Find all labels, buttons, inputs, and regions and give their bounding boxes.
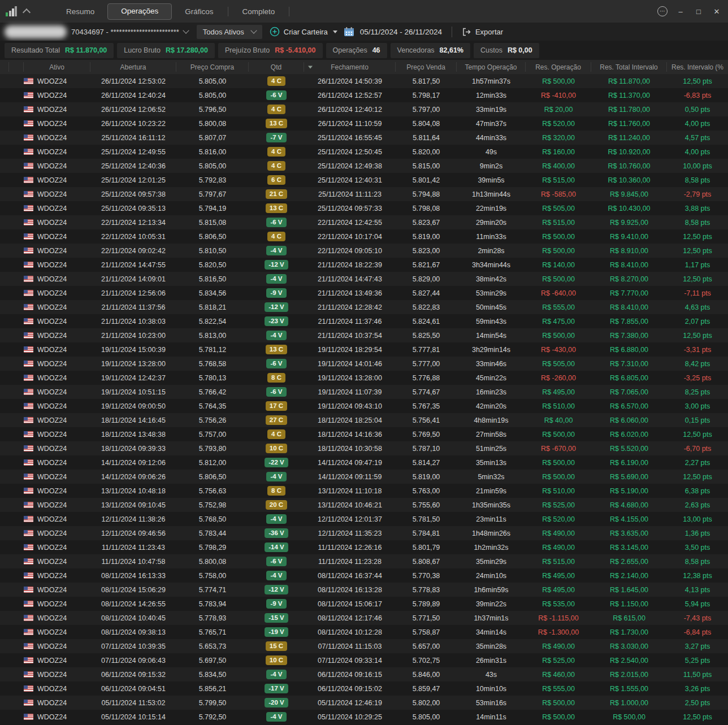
table-row[interactable]: WDOZ2426/11/2024 10:23:225.800,0813 C26/… [0,116,728,131]
table-row[interactable]: WDOZ2407/11/2024 09:06:435.697,5010 C07/… [0,653,728,667]
cell-ativo: WDOZ24 [24,416,90,424]
cell-tempo-operacao: 53min16s [457,699,526,707]
close-button[interactable]: ✕ [708,0,726,23]
column-header-ativo[interactable]: Ativo [24,62,90,72]
table-row[interactable]: WDOZ2418/11/2024 14:16:455.756,2627 C18/… [0,413,728,427]
cell-abertura: 25/11/2024 09:35:13 [90,205,176,212]
cell-tempo-operacao: 49s [457,148,526,156]
column-header-spacer-0[interactable] [0,62,9,72]
tab-completo[interactable]: Completo [229,4,288,19]
table-row[interactable]: WDOZ2421/11/2024 14:47:555.820,50-12 V21… [0,258,728,272]
table-row[interactable]: WDOZ2419/11/2024 09:00:505.764,3517 C19/… [0,399,728,413]
cell-res-total-intervalo: R$ 10.360,00 [591,176,667,184]
table-row[interactable]: WDOZ2414/11/2024 09:06:265.806,50-4 V14/… [0,470,728,484]
tab-resumo[interactable]: Resumo [53,4,107,19]
cell-preco-compra: 5.781,12 [176,346,249,354]
table-row[interactable]: WDOZ2413/11/2024 10:48:185.756,638 C13/1… [0,484,728,498]
cell-res-total-intervalo: R$ 1.730,00 [591,628,667,636]
table-row[interactable]: WDOZ2425/11/2024 09:57:385.797,6721 C25/… [0,187,728,201]
table-row[interactable]: WDOZ2421/11/2024 12:56:065.834,56-9 V21/… [0,286,728,300]
column-header-res-operacao[interactable]: Res. Operação [526,62,591,72]
table-row[interactable]: WDOZ2407/11/2024 10:39:355.653,7315 C07/… [0,639,728,653]
table-row[interactable]: WDOZ2425/11/2024 16:11:125.807,07-7 V25/… [0,131,728,145]
cell-preco-compra: 5.794,19 [176,205,249,212]
table-row[interactable]: WDOZ2425/11/2024 09:35:135.794,1913 C25/… [0,201,728,215]
table-row[interactable]: WDOZ2419/11/2024 15:00:395.781,1213 C19/… [0,342,728,357]
cell-fechamento: 18/11/2024 18:25:04 [304,416,396,424]
table-row[interactable]: WDOZ2418/11/2024 13:48:385.757,004 C18/1… [0,427,728,441]
table-row[interactable]: WDOZ2408/11/2024 14:26:555.783,94-9 V08/… [0,597,728,611]
table-row[interactable]: WDOZ2421/11/2024 10:23:005.813,00-4 V21/… [0,328,728,342]
table-row[interactable]: WDOZ2426/11/2024 12:53:025.805,004 C26/1… [0,74,728,88]
table-row[interactable]: WDOZ2421/11/2024 11:37:565.818,21-12 V21… [0,300,728,314]
table-row[interactable]: WDOZ2422/11/2024 09:02:425.810,50-4 V22/… [0,244,728,258]
create-portfolio-button[interactable]: Criar Carteira [270,27,337,37]
table-row[interactable]: WDOZ2405/11/2024 11:53:025.799,50-20 V05… [0,696,728,710]
cell-fechamento: 08/11/2024 15:06:17 [304,600,396,608]
table-row[interactable]: WDOZ2408/11/2024 09:38:135.765,71-19 V08… [0,625,728,639]
maximize-button[interactable]: □ [690,0,708,23]
tab-graficos[interactable]: Gráficos [172,4,226,19]
column-header-abertura[interactable]: Abertura [90,62,176,72]
table-row[interactable]: WDOZ2408/11/2024 15:06:295.774,71-12 V08… [0,583,728,597]
cell-res-operacao: R$ -430,00 [526,346,591,354]
table-row[interactable]: WDOZ2425/11/2024 12:01:255.792,836 C25/1… [0,173,728,187]
column-header-qtd[interactable]: Qtd [249,62,304,72]
date-range[interactable]: 05/11/2024 - 26/11/2024 [360,28,442,36]
cell-res-total-intervalo: R$ 7.770,00 [591,289,667,297]
table-row[interactable]: WDOZ2419/11/2024 10:51:155.766,42-6 V19/… [0,385,728,399]
column-header-res-total-intervalo[interactable]: Res. Total Intervalo [591,62,667,72]
export-button[interactable]: Exportar [462,27,503,37]
table-row[interactable]: WDOZ2411/11/2024 11:23:435.798,29-14 V11… [0,540,728,554]
table-row[interactable]: WDOZ2426/11/2024 12:40:245.805,00-6 V26/… [0,88,728,102]
table-row[interactable]: WDOZ2418/11/2024 09:39:335.793,8010 C18/… [0,441,728,455]
account-selector[interactable]: 70434697 - ************************ [71,28,188,36]
column-header-tempo-operacao[interactable]: Tempo Operação [457,62,526,72]
asset-filter-dropdown[interactable]: Todos Ativos [197,25,262,39]
table-row[interactable]: WDOZ2419/11/2024 13:28:005.768,58-6 V19/… [0,357,728,371]
table-row[interactable]: WDOZ2405/11/2024 10:15:145.792,50-4 V05/… [0,710,728,724]
table-row[interactable]: WDOZ2426/11/2024 12:06:525.796,504 C26/1… [0,102,728,116]
collapse-panel-icon[interactable] [23,8,31,16]
cell-res-intervalo: 2,07 pts [667,318,728,325]
column-header-preco-compra[interactable]: Preço Compra [176,62,249,72]
cell-res-total-intervalo: R$ 6.805,00 [591,374,667,382]
cell-preco-compra: 5.797,67 [176,190,249,198]
calendar-icon[interactable] [344,27,354,37]
tab-operacoes[interactable]: Operações [107,3,172,20]
table-row[interactable]: WDOZ2408/11/2024 16:13:335.758,00-4 V08/… [0,568,728,583]
table-row[interactable]: WDOZ2406/11/2024 09:15:325.834,50-4 V06/… [0,667,728,681]
table-row[interactable]: WDOZ2421/11/2024 10:38:035.822,54-23 V21… [0,314,728,328]
table-row[interactable]: WDOZ2413/11/2024 09:10:455.752,9820 C13/… [0,498,728,512]
column-header-res-intervalo[interactable]: Res. Intervalo (% [667,62,728,72]
table-row[interactable]: WDOZ2411/11/2024 10:47:585.800,08-6 V11/… [0,554,728,568]
cell-fechamento: 07/11/2024 09:33:14 [304,657,396,665]
cell-abertura: 25/11/2024 12:40:36 [90,162,176,170]
table-row[interactable]: WDOZ2412/11/2024 11:38:265.768,50-4 V12/… [0,512,728,526]
table-row[interactable]: WDOZ2425/11/2024 12:40:365.805,004 C25/1… [0,159,728,173]
cell-res-operacao: R$ 475,00 [526,318,591,325]
table-row[interactable]: WDOZ2425/11/2024 12:49:555.816,004 C25/1… [0,145,728,159]
cell-tempo-operacao: 3h34min44s [457,261,526,269]
cell-res-total-intervalo: R$ 7.855,00 [591,318,667,325]
table-row[interactable]: WDOZ2406/11/2024 09:04:515.856,21-17 V06… [0,681,728,696]
cell-ativo: WDOZ24 [24,529,90,537]
column-header-preco-venda[interactable]: Preço Venda [396,62,457,72]
menu-button[interactable]: ⋯ [653,0,671,23]
table-row[interactable]: WDOZ2412/11/2024 09:46:565.783,44-36 V12… [0,526,728,540]
cell-tempo-operacao: 29min20s [457,219,526,227]
cell-ativo: WDOZ24 [24,388,90,396]
column-header-fechamento[interactable]: Fechamento [304,62,396,72]
us-flag-icon [24,375,33,381]
cell-ativo: WDOZ24 [24,247,90,255]
column-header-spacer-1[interactable] [9,62,24,72]
table-row[interactable]: WDOZ2408/11/2024 10:40:455.778,93-15 V08… [0,611,728,625]
cell-res-operacao: R$ 160,00 [526,148,591,156]
minimize-button[interactable]: – [671,0,690,23]
table-row[interactable]: WDOZ2421/11/2024 14:09:015.816,50-4 V21/… [0,272,728,286]
table-row[interactable]: WDOZ2422/11/2024 10:05:315.806,504 C22/1… [0,229,728,244]
table-row[interactable]: WDOZ2414/11/2024 09:12:065.812,00-22 V14… [0,455,728,470]
us-flag-icon [24,572,33,579]
table-row[interactable]: WDOZ2419/11/2024 12:42:375.780,138 C19/1… [0,371,728,385]
table-row[interactable]: WDOZ2422/11/2024 12:13:345.815,08-6 V22/… [0,215,728,229]
